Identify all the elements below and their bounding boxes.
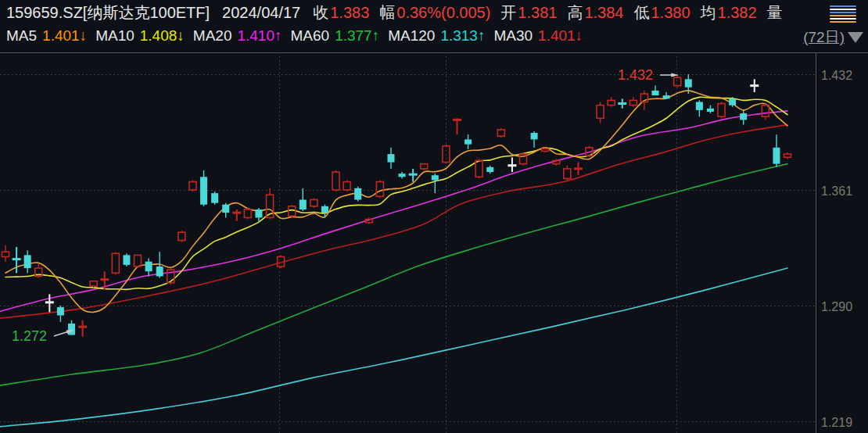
candle [750,79,759,92]
symbol-title: 159659.SZ[纳斯达克100ETF] [6,2,210,23]
candle [421,164,428,170]
candle [57,306,64,322]
candle [244,208,251,220]
candle [497,128,504,138]
low-annotation: 1.272 [12,328,47,344]
candle [718,102,725,118]
ma-legend: MA51.401↓ MA101.408↓ MA201.410↑ MA601.37… [6,26,591,46]
y-axis-label: 1.219 [821,416,852,429]
candle [100,271,109,289]
candle [784,152,791,159]
candle [663,92,670,98]
ma30-legend: MA301.401↓ [493,27,583,45]
icon-stripe [830,12,856,13]
ma120-legend: MA1201.313↑ [388,27,485,45]
candle [618,98,626,109]
chevron-down-icon[interactable] [848,32,863,43]
y-axis-label: 1.290 [821,300,852,313]
quote-avg: 均1.382 [701,2,757,23]
stock-chart-window: 1.4321.3611.2901.2191.4321.272 159659.SZ… [0,0,868,433]
candle [189,180,196,191]
icon-stripe [830,15,856,16]
candlestick-chart[interactable]: 1.4321.3611.2901.2191.4321.272 [0,0,868,433]
quote-change: 幅0.36%(0.005) [379,2,490,23]
candle [299,188,307,211]
candle [376,180,383,198]
quote-close: 收1.383 [313,2,369,23]
candle [696,100,703,116]
candle [453,118,461,134]
period-selector[interactable]: (72日) [803,27,863,48]
candle [432,174,439,193]
candle [90,281,97,288]
candle [464,134,472,149]
candle [78,320,87,337]
y-axis-label: 1.432 [821,69,852,82]
candle [354,187,361,202]
candle [486,166,493,174]
quote-date: 2024/04/17 [222,4,300,22]
candle [707,106,714,113]
candle [24,250,31,273]
candle [332,170,339,191]
candle [608,97,615,107]
candle [232,209,241,221]
candle [574,163,583,176]
candle [399,172,406,178]
candle [597,102,604,123]
candle [289,205,296,218]
candle [2,245,9,262]
candle [310,198,317,208]
ma5-line [5,91,787,313]
candle [740,110,747,125]
candle [200,170,207,206]
candle [629,97,637,107]
ma5-legend: MA51.401↓ [6,27,87,45]
candle [508,157,516,172]
candle [564,166,571,181]
candle [211,191,218,205]
y-axis-label: 1.361 [821,184,852,198]
ma20-legend: MA201.410↑ [193,27,282,45]
ma60-line [0,164,787,385]
ma10-legend: MA101.408↓ [95,27,185,45]
candle [123,253,130,267]
candle [112,252,119,274]
high-annotation: 1.432 [618,67,653,83]
candle [35,263,42,278]
ma60-legend: MA601.377↑ [291,27,380,45]
candle [45,294,54,312]
ma20-line [0,111,787,311]
quote-low: 低1.380 [633,2,690,23]
candle [178,231,185,242]
period-label[interactable]: (72日) [803,27,845,48]
volume-indicator-icon [830,5,856,23]
candle [674,74,681,88]
candle [519,152,526,166]
candle [222,203,229,218]
icon-stripe [830,5,856,7]
quote-open: 开1.381 [500,2,557,23]
candle [531,131,538,148]
candle [773,134,780,167]
quote-header: 159659.SZ[纳斯达克100ETF] 2024/04/17 收1.383 … [6,2,794,23]
candle [343,180,350,191]
quote-high: 高1.384 [567,2,623,23]
icon-stripe [830,18,856,20]
candle [135,255,142,268]
candle [321,205,328,218]
quote-volume: 量 [767,2,784,23]
candle [145,259,152,277]
icon-stripe [830,21,856,23]
candle [542,148,549,152]
candle [387,148,394,169]
icon-stripe [830,9,856,10]
candle [652,86,659,96]
